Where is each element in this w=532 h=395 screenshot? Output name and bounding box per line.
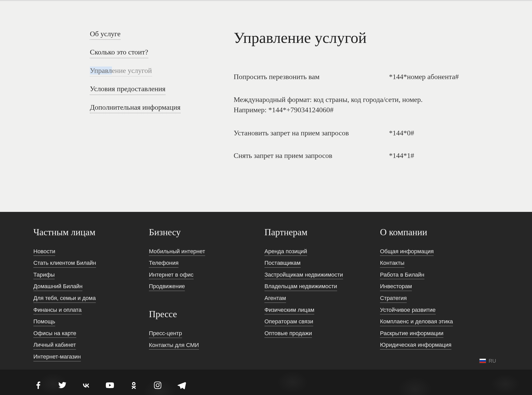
footer-link[interactable]: Инвесторам [380, 283, 412, 291]
format-note: Международный формат: код страны, код го… [234, 95, 457, 115]
social-bar [0, 370, 532, 395]
main-content: Об услуге Сколько это стоит? Управление … [0, 1, 532, 212]
sidebar-item-extra[interactable]: Дополнительная информация [90, 103, 180, 113]
sidebar-item-terms[interactable]: Условия предоставления [90, 84, 165, 95]
footer-link[interactable]: Физическим лицам [264, 306, 314, 315]
footer-link[interactable]: Работа в Билайн [380, 271, 424, 279]
instagram-icon[interactable] [153, 380, 163, 390]
footer-col-personal: Частным лицам НовостиСтать клиентом Била… [33, 227, 149, 365]
footer-links: Аренда позицийПоставщикамЗастройщикам не… [264, 248, 380, 342]
footer-col-partners: Партнерам Аренда позицийПоставщикамЗастр… [264, 227, 380, 365]
youtube-icon[interactable] [105, 380, 115, 390]
footer-link[interactable]: Офисы на карте [33, 330, 76, 338]
footer-link[interactable]: Финансы и оплата [33, 306, 82, 315]
footer-heading: О компании [380, 227, 496, 238]
telegram-icon[interactable] [177, 380, 186, 390]
footer-link[interactable]: Пресс-центр [149, 330, 182, 338]
footer-link[interactable]: Контакты для СМИ [149, 342, 199, 350]
footer-link[interactable]: Устойчивое развитие [380, 306, 436, 315]
footer-link[interactable]: Личный кабинет [33, 341, 76, 350]
footer-link[interactable]: Агентам [264, 295, 286, 303]
twitter-icon[interactable] [57, 380, 67, 390]
info-row: Снять запрет на прием запросов *144*1# [234, 151, 465, 161]
footer-link[interactable]: Оптовые продажи [264, 330, 312, 338]
footer-link[interactable]: Тарифы [33, 271, 55, 279]
footer-link[interactable]: Мобильный интернет [149, 248, 205, 256]
footer-link[interactable]: Операторам связи [264, 318, 313, 326]
footer-link[interactable]: Аренда позиций [264, 248, 307, 256]
row-value: *144*0# [389, 128, 414, 138]
footer-link[interactable]: Комплаенс и деловая этика [380, 318, 453, 326]
footer-heading: Прессе [149, 309, 264, 319]
footer-links: Пресс-центрКонтакты для СМИ [149, 330, 264, 353]
language-label: RU [489, 358, 496, 364]
vk-icon[interactable] [81, 380, 91, 390]
footer-link[interactable]: Контакты [380, 259, 404, 268]
sidebar-item-cost[interactable]: Сколько это стоит? [90, 48, 148, 58]
footer-heading: Бизнесу [149, 227, 264, 238]
ok-icon[interactable] [129, 380, 139, 390]
footer-link[interactable]: Домашний Билайн [33, 283, 82, 291]
info-row: Попросить перезвонить вам *144*номер або… [234, 72, 465, 82]
row-label: Снять запрет на прием запросов [234, 151, 389, 161]
footer-heading: Партнерам [264, 227, 380, 238]
footer-link[interactable]: Для тебя, семьи и дома [33, 295, 96, 303]
content-area: Управление услугой Попросить перезвонить… [234, 29, 465, 173]
flag-ru-icon [479, 359, 486, 363]
row-label: Установить запрет на прием запросов [234, 128, 389, 138]
footer-links: НовостиСтать клиентом БилайнТарифыДомашн… [33, 248, 149, 365]
footer-link[interactable]: Владельцам недвижимости [264, 283, 337, 291]
language-selector[interactable]: RU [479, 358, 496, 364]
footer-heading: Частным лицам [33, 227, 149, 238]
footer-link[interactable]: Стать клиентом Билайн [33, 259, 96, 268]
footer-links: Общая информацияКонтактыРабота в БилайнИ… [380, 248, 496, 353]
sidebar-nav: Об услуге Сколько это стоит? Управление … [90, 29, 190, 173]
footer-link[interactable]: Телефония [149, 259, 178, 268]
footer-link[interactable]: Помощь [33, 318, 55, 326]
footer-link[interactable]: Новости [33, 248, 55, 256]
row-value: *144*1# [389, 151, 414, 161]
footer: Частным лицам НовостиСтать клиентом Била… [0, 212, 532, 370]
footer-link[interactable]: Стратегия [380, 295, 407, 303]
sidebar-item-about[interactable]: Об услуге [90, 29, 120, 40]
footer-link[interactable]: Раскрытие информации [380, 330, 443, 338]
footer-col-company: О компании Общая информацияКонтактыРабот… [380, 227, 496, 365]
sidebar-item-manage[interactable]: Управление услугой [90, 66, 152, 77]
info-row: Установить запрет на прием запросов *144… [234, 128, 465, 138]
page-title: Управление услугой [234, 29, 465, 46]
row-value: *144*номер абонента# [389, 72, 459, 82]
footer-link[interactable]: Интернет-магазин [33, 353, 81, 361]
footer-link[interactable]: Общая информация [380, 248, 434, 256]
facebook-icon[interactable] [33, 380, 43, 390]
footer-link[interactable]: Застройщикам недвижимости [264, 271, 343, 279]
row-label: Попросить перезвонить вам [234, 72, 389, 82]
footer-link[interactable]: Интернет в офис [149, 271, 194, 279]
footer-link[interactable]: Юридическая информация [380, 341, 451, 350]
footer-link[interactable]: Поставщикам [264, 259, 301, 268]
footer-col-business: Бизнесу Мобильный интернетТелефонияИнтер… [149, 227, 264, 365]
footer-links: Мобильный интернетТелефонияИнтернет в оф… [149, 248, 264, 295]
footer-link[interactable]: Продвижение [149, 283, 185, 291]
